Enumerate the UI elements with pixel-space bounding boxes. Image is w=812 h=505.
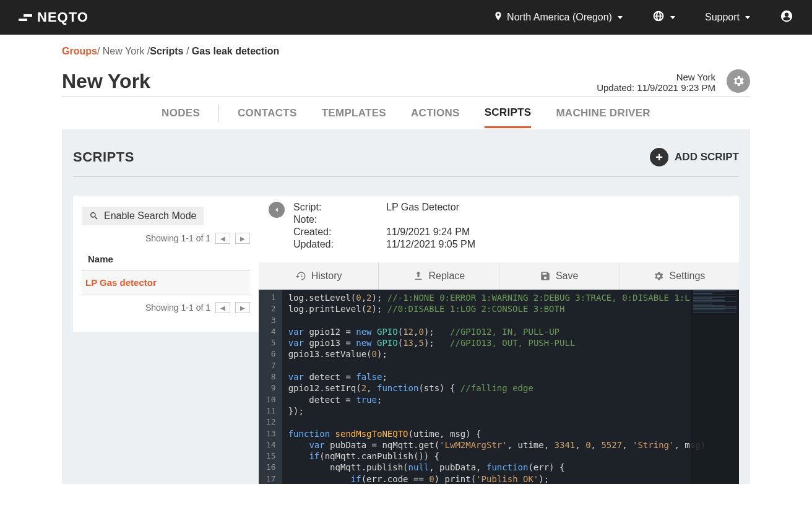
caret-down-icon <box>670 16 675 19</box>
label-updated: Updated: <box>293 239 386 250</box>
user-icon <box>780 9 793 25</box>
history-label: History <box>311 270 342 282</box>
value-note <box>386 214 475 225</box>
tab-contacts[interactable]: CONTACTS <box>238 100 297 127</box>
plus-icon: + <box>650 148 668 166</box>
breadcrumb-scripts: Scripts <box>150 46 183 56</box>
add-script-label: ADD SCRIPT <box>675 151 739 163</box>
settings-label: Settings <box>669 270 705 282</box>
tab-divider <box>218 105 219 122</box>
breadcrumb: Groups/ New York /Scripts / Gas leak det… <box>62 35 750 63</box>
script-detail-panel: Script: LP Gas Detector Note: Created: 1… <box>259 196 739 484</box>
label-created: Created: <box>293 227 386 238</box>
tab-nodes[interactable]: NODES <box>162 100 200 127</box>
page-title: New York <box>62 70 597 93</box>
search-icon <box>89 211 99 221</box>
caret-down-icon <box>618 16 623 19</box>
chevron-left-icon <box>272 205 281 214</box>
tab-machine-driver[interactable]: MACHINE DRIVER <box>556 100 650 127</box>
code-gutter: 1234567891011121314151617 <box>259 290 282 484</box>
tabs: NODES CONTACTS TEMPLATES ACTIONS SCRIPTS… <box>62 97 750 129</box>
label-script: Script: <box>293 202 386 213</box>
script-meta: Script: LP Gas Detector Note: Created: 1… <box>293 202 475 250</box>
pager-next-button[interactable]: ▶ <box>235 233 250 244</box>
save-label: Save <box>556 270 578 282</box>
logo-icon <box>19 11 32 24</box>
location-pin-icon <box>493 11 503 24</box>
upload-icon <box>413 270 424 282</box>
value-created: 11/9/2021 9:24 PM <box>386 227 475 238</box>
user-menu[interactable] <box>780 9 793 25</box>
globe-icon <box>652 10 665 25</box>
scripts-section: SCRIPTS + ADD SCRIPT Enable Search Mode … <box>62 129 750 484</box>
settings-gear-button[interactable] <box>727 69 750 93</box>
topbar: NEQTO North America (Oregon) Support <box>0 0 812 35</box>
meta-name: New York <box>597 72 715 82</box>
enable-search-button[interactable]: Enable Search Mode <box>82 207 204 225</box>
language-selector[interactable] <box>652 10 675 25</box>
list-item[interactable]: LP Gas detector <box>82 271 250 295</box>
tab-scripts[interactable]: SCRIPTS <box>485 99 532 128</box>
section-header: SCRIPTS + ADD SCRIPT <box>73 142 739 177</box>
code-editor[interactable]: 1234567891011121314151617 log.setLevel(0… <box>259 290 739 484</box>
pager-text: Showing 1-1 of 1 <box>145 233 210 243</box>
gear-icon <box>653 270 664 282</box>
pager-bottom: Showing 1-1 of 1 ◀ ▶ <box>82 302 250 313</box>
search-label: Enable Search Mode <box>104 210 196 222</box>
add-script-button[interactable]: + ADD SCRIPT <box>650 148 739 166</box>
editor-settings-button[interactable]: Settings <box>620 262 739 290</box>
back-button[interactable] <box>269 202 285 218</box>
save-button[interactable]: Save <box>499 262 620 290</box>
logo-text: NEQTO <box>37 9 89 25</box>
page-header: New York New York Updated: 11/9/2021 9:2… <box>62 63 750 97</box>
support-label: Support <box>705 12 740 23</box>
pager-prev-button[interactable]: ◀ <box>215 302 230 313</box>
replace-button[interactable]: Replace <box>379 262 499 290</box>
code-content[interactable]: log.setLevel(0,2); //-1:NONE 0:ERROR 1:W… <box>282 290 712 484</box>
value-updated: 11/12/2021 9:05 PM <box>386 239 475 250</box>
tab-actions[interactable]: ACTIONS <box>411 100 460 127</box>
breadcrumb-current: Gas leak detection <box>192 46 279 56</box>
script-list-panel: Enable Search Mode Showing 1-1 of 1 ◀ ▶ … <box>73 196 259 332</box>
history-button[interactable]: History <box>259 262 379 290</box>
gear-icon <box>732 74 745 88</box>
meta-updated: Updated: 11/9/2021 9:23 PM <box>597 82 715 93</box>
breadcrumb-groups[interactable]: Groups <box>62 46 97 56</box>
page-meta: New York Updated: 11/9/2021 9:23 PM <box>597 72 715 93</box>
pager-top: Showing 1-1 of 1 ◀ ▶ <box>82 233 250 244</box>
pager-next-button[interactable]: ▶ <box>235 302 250 313</box>
section-title: SCRIPTS <box>73 149 650 165</box>
region-label: North America (Oregon) <box>507 12 612 23</box>
editor-toolbar: History Replace Save Settings <box>259 262 739 290</box>
pager-prev-button[interactable]: ◀ <box>215 233 230 244</box>
caret-down-icon <box>745 16 750 19</box>
pager-text: Showing 1-1 of 1 <box>145 303 210 313</box>
value-script: LP Gas Detector <box>386 202 475 213</box>
region-selector[interactable]: North America (Oregon) <box>493 11 623 24</box>
code-minimap[interactable] <box>691 290 739 484</box>
history-icon <box>295 270 306 282</box>
save-icon <box>540 270 551 282</box>
logo[interactable]: NEQTO <box>19 9 89 25</box>
support-menu[interactable]: Support <box>705 12 750 23</box>
label-note: Note: <box>293 214 386 225</box>
breadcrumb-group: New York <box>103 46 145 56</box>
replace-label: Replace <box>429 270 465 282</box>
list-column-name: Name <box>82 248 250 271</box>
tab-templates[interactable]: TEMPLATES <box>322 100 386 127</box>
